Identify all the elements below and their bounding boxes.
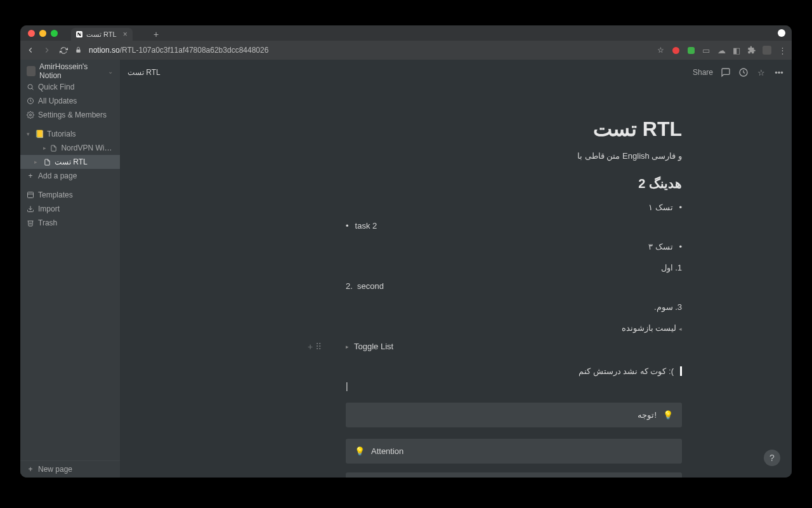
url-input[interactable]: notion.so/RTL-107a0c3f11af47808a62b3dcc8… bbox=[89, 46, 650, 55]
comments-icon[interactable] bbox=[721, 67, 731, 77]
callout-text: توجه! bbox=[638, 410, 657, 420]
templates-icon bbox=[27, 191, 34, 199]
numbered-item[interactable]: 2. second bbox=[346, 281, 682, 291]
page-subtitle[interactable]: متن قاطی با English و فارسی bbox=[346, 151, 682, 161]
numbered-item[interactable]: 1. اول bbox=[346, 263, 682, 272]
svg-line-3 bbox=[32, 88, 34, 90]
profile-avatar-icon[interactable] bbox=[763, 46, 771, 55]
code-block[interactable]: Code Block! bbox=[346, 472, 682, 478]
all-updates-button[interactable]: All Updates bbox=[20, 94, 120, 108]
sidebar-item-rtl[interactable]: ▸ تست RTL bbox=[20, 155, 120, 169]
add-block-icon[interactable]: + bbox=[308, 342, 313, 352]
new-page-button[interactable]: + New page bbox=[20, 461, 120, 478]
tutorials-label: Tutorials bbox=[47, 130, 76, 138]
nordvpn-label: NordVPN WireGuard... bbox=[61, 144, 114, 152]
templates-button[interactable]: Templates bbox=[20, 188, 120, 202]
svg-point-5 bbox=[30, 114, 32, 116]
more-icon[interactable]: ••• bbox=[774, 67, 784, 77]
extension-icon[interactable]: ☁ bbox=[717, 46, 726, 55]
workspace-switcher[interactable]: AmirHossein's Notion ⌄ bbox=[20, 62, 120, 80]
workspace-name: AmirHossein's Notion bbox=[39, 62, 103, 80]
gear-icon bbox=[27, 111, 34, 119]
browser-tab[interactable]: تست RTL × bbox=[71, 28, 133, 41]
settings-label: Settings & Members bbox=[38, 110, 107, 119]
svg-rect-6 bbox=[28, 192, 34, 198]
extension-icon[interactable]: ◧ bbox=[732, 46, 741, 55]
bulb-icon: 💡 bbox=[355, 446, 365, 456]
trash-label: Trash bbox=[38, 218, 57, 227]
chevron-expand-icon: ⌄ bbox=[107, 67, 114, 75]
extension-icon[interactable]: ▭ bbox=[702, 46, 710, 55]
bullet-item[interactable]: task 2 bbox=[346, 221, 682, 231]
page-icon bbox=[50, 144, 57, 152]
trash-icon bbox=[27, 219, 34, 227]
chevron-down-icon[interactable]: ▾ bbox=[27, 131, 32, 137]
toggle-item[interactable]: + ⠿ ▸ Toggle List bbox=[346, 342, 682, 351]
drag-handle-icon[interactable]: ⠿ bbox=[315, 342, 322, 352]
url-bar: notion.so/RTL-107a0c3f11af47808a62b3dcc8… bbox=[20, 41, 792, 60]
new-tab-button[interactable]: + bbox=[154, 29, 159, 39]
tab-favicon-icon bbox=[76, 31, 82, 37]
plus-icon: + bbox=[27, 172, 34, 180]
quick-find-label: Quick Find bbox=[38, 83, 74, 91]
page-title[interactable]: تست RTL bbox=[346, 117, 682, 141]
window-titlebar: تست RTL × + bbox=[20, 25, 792, 41]
reload-button[interactable] bbox=[58, 45, 69, 55]
import-label: Import bbox=[38, 204, 60, 213]
chevron-right-icon[interactable]: ▸ bbox=[43, 145, 46, 151]
workspace-avatar-icon bbox=[27, 66, 36, 76]
page-icon bbox=[43, 158, 51, 166]
svg-rect-1 bbox=[76, 50, 80, 53]
bookmark-star-icon[interactable]: ☆ bbox=[656, 46, 665, 55]
favorite-icon[interactable]: ☆ bbox=[756, 67, 766, 77]
sidebar-item-nordvpn[interactable]: ▸ NordVPN WireGuard... bbox=[20, 141, 120, 155]
new-page-label: New page bbox=[38, 465, 72, 474]
close-window-icon[interactable] bbox=[28, 30, 35, 37]
extension-green-icon[interactable] bbox=[686, 46, 695, 55]
browser-window: تست RTL × + notion.so/RTL-107a0c3f11af47… bbox=[20, 25, 792, 478]
extensions-puzzle-icon[interactable] bbox=[747, 46, 756, 55]
add-page-button[interactable]: + Add a page bbox=[20, 169, 120, 183]
folder-icon: 📒 bbox=[36, 130, 43, 138]
numbered-item[interactable]: 3. سوم. bbox=[346, 302, 682, 312]
minimize-window-icon[interactable] bbox=[39, 30, 46, 37]
extension-red-icon[interactable] bbox=[671, 46, 680, 55]
search-icon bbox=[27, 83, 34, 91]
chevron-left-icon: ◂ bbox=[679, 326, 682, 332]
settings-button[interactable]: Settings & Members bbox=[20, 108, 120, 122]
callout-block[interactable]: 💡 توجه! bbox=[346, 403, 682, 427]
forward-button[interactable] bbox=[42, 45, 52, 55]
help-button[interactable]: ? bbox=[764, 450, 780, 466]
callout-block[interactable]: 💡 Attention bbox=[346, 439, 682, 464]
heading-2[interactable]: هدینگ 2 bbox=[346, 176, 682, 191]
sidebar: AmirHossein's Notion ⌄ Quick Find All Up… bbox=[20, 60, 120, 478]
lock-icon[interactable] bbox=[75, 46, 82, 54]
bullet-item[interactable]: تسک ۱ bbox=[346, 203, 682, 212]
quick-find-button[interactable]: Quick Find bbox=[20, 80, 120, 94]
sidebar-item-tutorials[interactable]: ▾ 📒 Tutorials bbox=[20, 127, 120, 141]
updates-icon[interactable] bbox=[738, 67, 749, 77]
chevron-right-icon[interactable]: ▸ bbox=[34, 159, 39, 165]
breadcrumb[interactable]: تست RTL bbox=[128, 68, 160, 77]
back-button[interactable] bbox=[25, 45, 36, 55]
text-cursor[interactable]: | bbox=[346, 381, 682, 391]
tab-close-icon[interactable]: × bbox=[123, 30, 128, 39]
share-button[interactable]: Share bbox=[693, 68, 713, 77]
templates-label: Templates bbox=[38, 190, 73, 199]
svg-point-2 bbox=[28, 84, 32, 89]
page-content: تست RTL متن قاطی با English و فارسی هدین… bbox=[346, 91, 682, 478]
page-topbar: تست RTL Share ☆ ••• bbox=[120, 60, 792, 85]
browser-menu-icon[interactable]: ⋮ bbox=[778, 46, 787, 55]
bullet-item[interactable]: تسک ۳ bbox=[346, 242, 682, 251]
maximize-window-icon[interactable] bbox=[51, 30, 58, 37]
rtl-page-label: تست RTL bbox=[55, 157, 88, 166]
bulb-icon: 💡 bbox=[663, 410, 673, 420]
chevron-right-icon: ▸ bbox=[346, 344, 349, 350]
download-icon bbox=[27, 205, 34, 213]
import-button[interactable]: Import bbox=[20, 202, 120, 216]
clock-icon bbox=[27, 97, 34, 105]
quote-block[interactable]: کوت که نشد درستش کنم :( bbox=[346, 366, 682, 376]
notification-dot-icon[interactable] bbox=[778, 29, 785, 37]
trash-button[interactable]: Trash bbox=[20, 216, 120, 230]
toggle-item[interactable]: لیست بازشونده ◂ bbox=[346, 323, 682, 333]
